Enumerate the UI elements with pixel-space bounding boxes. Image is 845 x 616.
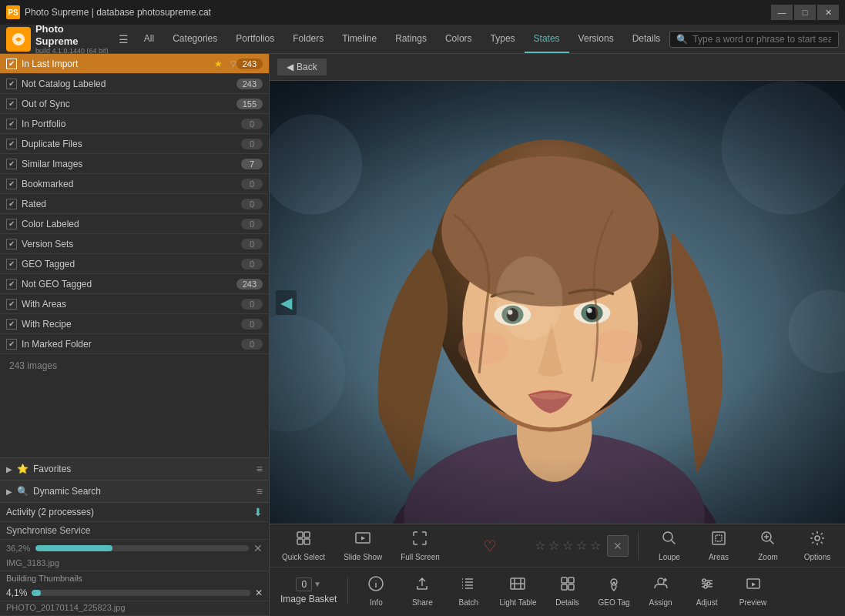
tab-timeline[interactable]: Timeline	[333, 25, 386, 53]
state-item-geo-tagged[interactable]: ✔ GEO Tagged 0	[0, 254, 269, 274]
state-item-duplicate-files[interactable]: ✔ Duplicate Files 0	[0, 134, 269, 154]
checkbox-in-last-import[interactable]: ✔	[6, 59, 17, 69]
cancel-progress2-button[interactable]: ✕	[255, 588, 263, 598]
star-4[interactable]: ☆	[576, 538, 587, 553]
search-box[interactable]: 🔍	[669, 31, 839, 48]
checkbox-not-catalog-labeled[interactable]: ✔	[6, 79, 17, 89]
quick-select-button[interactable]: Quick Select	[276, 527, 331, 565]
state-item-color-labeled[interactable]: ✔ Color Labeled 0	[0, 214, 269, 234]
nav-arrow-left[interactable]: ◀	[276, 290, 297, 315]
adjust-button[interactable]: Adjust	[686, 571, 729, 610]
assign-button[interactable]: Assign	[639, 571, 682, 610]
tab-ratings[interactable]: Ratings	[386, 25, 436, 53]
options-button[interactable]: Options	[796, 527, 839, 565]
tab-categories[interactable]: Categories	[163, 25, 226, 53]
state-item-in-portfolio[interactable]: ✔ In Portfolio 0	[0, 114, 269, 134]
state-item-similar-images[interactable]: ✔ Similar Images 7	[0, 154, 269, 174]
svg-rect-38	[562, 578, 567, 583]
count-duplicate-files: 0	[241, 139, 263, 149]
quick-select-icon	[295, 530, 312, 551]
tab-types[interactable]: Types	[481, 25, 525, 53]
content-area: ◀ Back	[270, 54, 845, 616]
light-table-button[interactable]: Light Table	[493, 571, 542, 610]
tab-colors[interactable]: Colors	[436, 25, 481, 53]
search-input[interactable]	[692, 34, 831, 45]
favorites-menu-icon[interactable]: ≡	[257, 463, 263, 475]
star-5[interactable]: ☆	[590, 538, 601, 553]
svg-rect-28	[304, 539, 310, 544]
star-3[interactable]: ☆	[562, 538, 573, 553]
state-label-rated: Rated	[22, 199, 241, 209]
preview-button[interactable]: Preview	[732, 571, 775, 610]
info-label: Info	[370, 598, 383, 607]
minimize-button[interactable]: —	[771, 5, 793, 20]
back-button[interactable]: ◀ Back	[277, 59, 327, 75]
checkbox-duplicate-files[interactable]: ✔	[6, 139, 17, 149]
tab-states[interactable]: States	[525, 25, 569, 53]
batch-button[interactable]: Batch	[447, 571, 490, 610]
state-item-in-last-import[interactable]: ✔ In Last Import ★ ▽ 243	[0, 54, 269, 74]
full-screen-button[interactable]: Full Screen	[394, 527, 446, 565]
state-item-rated[interactable]: ✔ Rated 0	[0, 194, 269, 214]
checkbox-not-geo-tagged[interactable]: ✔	[6, 279, 17, 290]
slide-show-button[interactable]: Slide Show	[337, 527, 388, 565]
checkbox-color-labeled[interactable]: ✔	[6, 219, 17, 229]
info-button[interactable]: Info	[354, 571, 397, 610]
areas-button[interactable]: Areas	[697, 527, 740, 565]
info-icon	[367, 575, 384, 596]
zoom-button[interactable]: Zoom	[746, 527, 790, 565]
checkbox-geo-tagged[interactable]: ✔	[6, 259, 17, 270]
search-icon: 🔍	[676, 34, 688, 45]
share-button[interactable]: Share	[401, 571, 444, 610]
state-item-not-geo-tagged[interactable]: ✔ Not GEO Tagged 243	[0, 274, 269, 294]
cancel-progress1-button[interactable]: ✕	[253, 542, 263, 554]
dynamic-search-row[interactable]: ▶ 🔍 Dynamic Search ≡	[0, 480, 269, 503]
details-button[interactable]: Details	[546, 571, 589, 610]
state-item-out-of-sync[interactable]: ✔ Out of Sync 155	[0, 94, 269, 114]
tab-folders[interactable]: Folders	[283, 25, 333, 53]
progress-bar-2	[32, 590, 40, 596]
basket-top: 0 ▼	[296, 578, 321, 591]
tab-portfolios[interactable]: Portfolios	[226, 25, 283, 53]
checkbox-similar-images[interactable]: ✔	[6, 159, 17, 169]
checkbox-with-areas[interactable]: ✔	[6, 299, 17, 310]
reject-button[interactable]: ✕	[607, 535, 629, 557]
tab-all[interactable]: All	[135, 25, 163, 53]
state-item-with-areas[interactable]: ✔ With Areas 0	[0, 294, 269, 314]
checkbox-with-recipe[interactable]: ✔	[6, 319, 17, 330]
checkbox-in-marked-folder[interactable]: ✔	[6, 339, 17, 350]
tab-versions[interactable]: Versions	[569, 25, 623, 53]
hamburger-menu[interactable]: ☰	[119, 33, 129, 45]
tab-details[interactable]: Details	[623, 25, 670, 53]
state-item-in-marked-folder[interactable]: ✔ In Marked Folder 0	[0, 334, 269, 354]
heart-icon[interactable]: ♡	[483, 537, 497, 555]
state-item-bookmarked[interactable]: ✔ Bookmarked 0	[0, 174, 269, 194]
checkbox-bookmarked[interactable]: ✔	[6, 179, 17, 189]
photo-container	[270, 81, 845, 524]
close-button[interactable]: ✕	[817, 5, 839, 20]
image-basket-button[interactable]: 0 ▼ Image Basket	[276, 571, 341, 610]
state-label-with-recipe: With Recipe	[22, 319, 241, 330]
basket-arrow-icon: ▼	[314, 580, 321, 588]
checkbox-out-of-sync[interactable]: ✔	[6, 99, 17, 109]
light-table-icon	[509, 575, 526, 596]
state-label-with-areas: With Areas	[22, 299, 241, 310]
checkbox-in-portfolio[interactable]: ✔	[6, 119, 17, 129]
maximize-button[interactable]: □	[794, 5, 816, 20]
checkbox-version-sets[interactable]: ✔	[6, 239, 17, 249]
state-label-similar-images: Similar Images	[22, 159, 241, 169]
star-2[interactable]: ☆	[548, 538, 559, 553]
star-1[interactable]: ☆	[535, 538, 545, 553]
dynamic-search-menu-icon[interactable]: ≡	[257, 485, 263, 497]
state-item-version-sets[interactable]: ✔ Version Sets 0	[0, 234, 269, 254]
favorites-row[interactable]: ▶ ⭐ Favorites ≡	[0, 458, 269, 480]
progress2-pct: 4,1%	[6, 588, 27, 598]
state-item-not-catalog-labeled[interactable]: ✔ Not Catalog Labeled 243	[0, 74, 269, 94]
state-item-with-recipe[interactable]: ✔ With Recipe 0	[0, 314, 269, 334]
loupe-button[interactable]: Loupe	[648, 527, 691, 565]
details-icon	[559, 575, 576, 596]
geo-tag-button[interactable]: GEO Tag	[592, 571, 636, 610]
checkbox-rated[interactable]: ✔	[6, 199, 17, 209]
back-arrow-icon: ◀	[287, 62, 293, 72]
preview-icon	[745, 575, 762, 596]
